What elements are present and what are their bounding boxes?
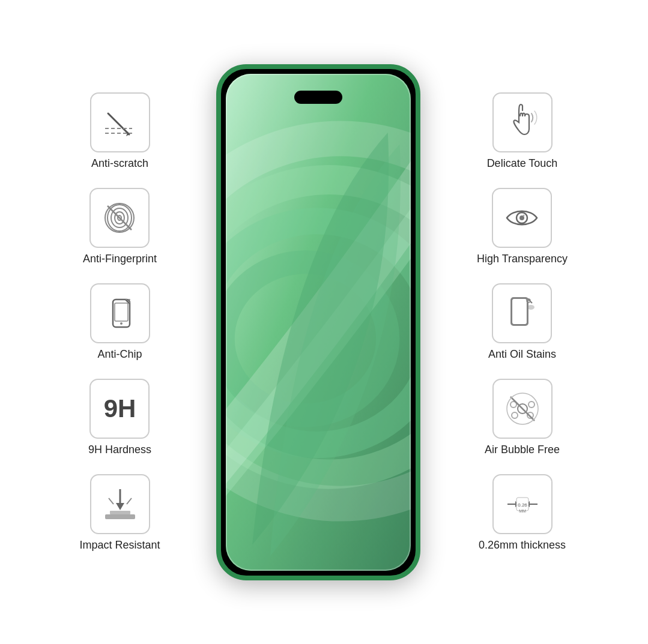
impact-icon — [99, 483, 141, 525]
9h-hardness-icon-box: 9H — [89, 379, 150, 439]
bubble-icon — [501, 388, 544, 430]
feature-anti-fingerprint: Anti-Fingerprint — [83, 188, 157, 265]
high-transparency-label: High Transparency — [477, 253, 568, 265]
feature-9h-hardness: 9H 9H Hardness — [88, 379, 151, 456]
thickness-label: 0.26mm thickness — [479, 539, 566, 552]
page-container: Anti-scratch Anti-Fingerprint — [0, 0, 648, 644]
right-features-column: Delicate Touch High Transparency — [450, 92, 595, 552]
left-features-column: Anti-scratch Anti-Fingerprint — [54, 92, 186, 552]
air-bubble-free-icon-box — [492, 379, 553, 439]
delicate-touch-label: Delicate Touch — [487, 157, 558, 170]
thickness-icon-box: 0.26 MM — [492, 474, 553, 534]
svg-rect-15 — [110, 511, 130, 514]
9h-hardness-label: 9H Hardness — [88, 444, 151, 456]
svg-point-36 — [512, 412, 518, 418]
svg-text:0.26: 0.26 — [518, 502, 527, 508]
svg-line-18 — [109, 498, 114, 504]
thickness-svg: 0.26 MM — [504, 488, 541, 521]
feature-anti-chip: Anti-Chip — [90, 283, 150, 361]
phone-screen — [226, 74, 411, 571]
eye-icon — [501, 197, 543, 239]
fingerprint-icon — [98, 197, 141, 239]
svg-point-12 — [120, 322, 123, 325]
phone-camera — [294, 91, 342, 104]
9h-badge: 9H — [104, 396, 136, 421]
svg-rect-11 — [115, 303, 128, 321]
chip-icon — [99, 292, 141, 334]
anti-oil-stains-label: Anti Oil Stains — [488, 348, 556, 361]
scratch-icon — [99, 101, 141, 143]
impact-resistant-label: Impact Resistant — [79, 539, 160, 552]
glass-overlay — [226, 74, 411, 571]
feature-anti-oil-stains: Anti Oil Stains — [488, 283, 556, 361]
air-bubble-free-label: Air Bubble Free — [485, 444, 560, 456]
svg-point-27 — [523, 215, 525, 217]
anti-fingerprint-label: Anti-Fingerprint — [83, 253, 157, 265]
anti-fingerprint-icon-box — [89, 188, 150, 248]
svg-rect-28 — [512, 298, 527, 325]
feature-impact-resistant: Impact Resistant — [79, 474, 160, 552]
anti-scratch-label: Anti-scratch — [91, 157, 148, 170]
svg-point-35 — [528, 402, 534, 408]
svg-rect-31 — [511, 298, 528, 325]
oil-icon — [501, 292, 543, 334]
touch-icon — [501, 101, 544, 143]
impact-resistant-icon-box — [90, 474, 150, 534]
anti-chip-label: Anti-Chip — [97, 348, 142, 361]
phone-frame — [216, 64, 420, 580]
thickness-inner: 0.26 MM — [504, 488, 541, 521]
high-transparency-icon-box — [492, 188, 552, 248]
svg-text:MM: MM — [519, 509, 526, 513]
svg-line-19 — [127, 498, 132, 504]
feature-high-transparency: High Transparency — [477, 188, 568, 265]
anti-oil-stains-icon-box — [492, 283, 552, 343]
anti-scratch-icon-box — [90, 92, 150, 152]
feature-thickness: 0.26 MM 0.26mm thickness — [479, 474, 566, 552]
phone-center — [198, 52, 438, 592]
phone-wrapper — [216, 64, 420, 580]
svg-line-0 — [108, 113, 129, 134]
anti-chip-icon-box — [90, 283, 150, 343]
feature-air-bubble-free: Air Bubble Free — [485, 379, 560, 456]
svg-marker-17 — [116, 503, 124, 510]
svg-line-38 — [510, 397, 534, 421]
delicate-touch-icon-box — [492, 92, 553, 152]
feature-delicate-touch: Delicate Touch — [487, 92, 558, 170]
svg-rect-14 — [105, 514, 135, 519]
feature-anti-scratch: Anti-scratch — [90, 92, 150, 170]
